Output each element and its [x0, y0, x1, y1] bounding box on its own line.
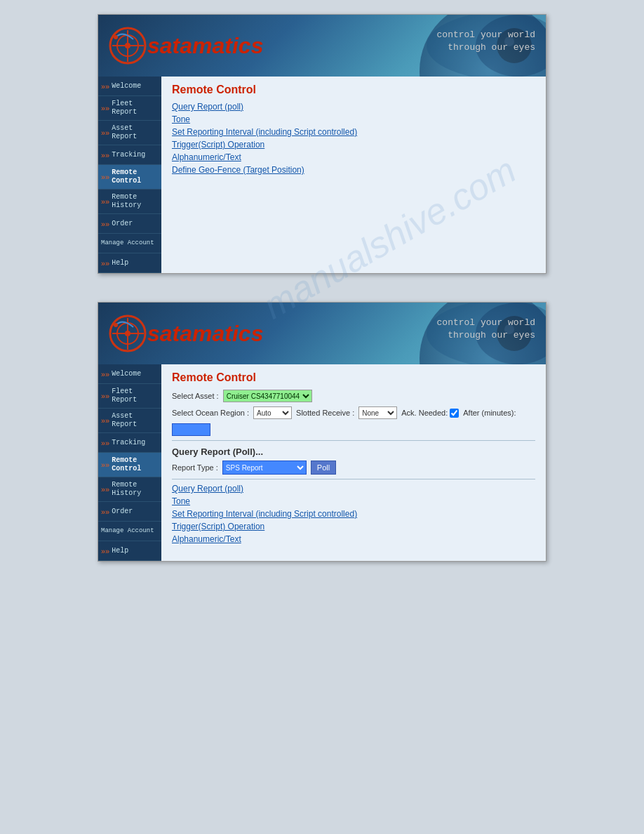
nav2-label-tracking: Tracking — [112, 439, 145, 447]
nav-remote-history[interactable]: »» Remote History — [98, 190, 161, 214]
nav-label-tracking: Tracking — [112, 151, 145, 159]
nav2-help[interactable]: »» Help — [98, 541, 161, 561]
ocean-region-dropdown[interactable]: Auto — [253, 406, 292, 419]
nav2-label-manage: Manage Account — [101, 527, 154, 535]
content-title-2: Remote Control — [172, 371, 535, 384]
link-trigger[interactable]: Trigger(Script) Operation — [172, 140, 535, 150]
banner-1: satamatics control your world through ou… — [98, 15, 546, 77]
p2-link-trigger[interactable]: Trigger(Script) Operation — [172, 522, 535, 531]
nav-arrows-help: »» — [101, 259, 109, 267]
divider-2 — [172, 479, 535, 479]
nav2-arrows-welcome: »» — [101, 370, 109, 378]
link-query-report[interactable]: Query Report (poll) — [172, 102, 535, 112]
ack-needed-checkbox[interactable] — [450, 409, 459, 418]
panel-1: satamatics control your world through ou… — [98, 14, 546, 274]
content-1: Remote Control Query Report (poll) Tone … — [161, 77, 546, 273]
nav-label-welcome: Welcome — [112, 82, 141, 91]
svg-point-9 — [114, 35, 118, 39]
nav-welcome[interactable]: »» Welcome — [98, 77, 161, 96]
sidebar-2: »» Welcome »» Fleet Report »» Asset Repo… — [98, 364, 161, 561]
p2-link-alphanumeric[interactable]: Alphanumeric/Text — [172, 534, 535, 544]
link-tone[interactable]: Tone — [172, 114, 535, 124]
nav2-label-history: Remote History — [112, 481, 159, 498]
nav-label-remote: Remote Control — [112, 168, 159, 185]
nav-label-asset: Asset Report — [112, 124, 159, 141]
nav2-label-fleet: Fleet Report — [112, 388, 159, 404]
nav2-manage-account[interactable]: Manage Account — [98, 522, 161, 541]
nav-tracking[interactable]: »» Tracking — [98, 145, 161, 165]
svg-point-18 — [125, 331, 130, 336]
poll-button[interactable]: Poll — [311, 461, 336, 475]
ack-needed-label: Ack. Needed: — [401, 409, 459, 418]
logo-icon-2 — [109, 315, 147, 353]
nav-arrows-order: »» — [101, 220, 109, 228]
slotted-receive-dropdown[interactable]: None — [358, 406, 397, 419]
tagline-1: control your world through our eyes — [437, 29, 535, 54]
report-type-row: Report Type : SPS Report Poll — [172, 461, 535, 475]
nav2-remote-control[interactable]: »» Remote Control — [98, 453, 161, 477]
svg-point-19 — [114, 323, 118, 327]
logo-icon — [109, 27, 147, 65]
nav2-arrows-order: »» — [101, 508, 109, 516]
link-geo-fence[interactable]: Define Geo-Fence (Target Position) — [172, 165, 535, 175]
nav-label-fleet: Fleet Report — [112, 100, 159, 117]
nav2-arrows-tracking: »» — [101, 439, 109, 447]
nav2-label-remote: Remote Control — [112, 456, 159, 473]
nav-remote-control[interactable]: »» Remote Control — [98, 165, 161, 190]
select-asset-label: Select Asset : — [172, 392, 219, 400]
nav-fleet-report[interactable]: »» Fleet Report — [98, 96, 161, 121]
content-2: Remote Control Select Asset : Cruiser CS… — [161, 364, 546, 561]
select-asset-dropdown[interactable]: Cruiser CS4347710044 — [223, 390, 312, 402]
nav-label-manage: Manage Account — [101, 239, 154, 247]
nav-manage-account[interactable]: Manage Account — [98, 234, 161, 253]
page-wrapper: satamatics control your world through ou… — [0, 0, 644, 576]
tagline-2: control your world through our eyes — [437, 317, 535, 342]
nav-asset-report[interactable]: »» Asset Report — [98, 121, 161, 145]
sidebar-1: »» Welcome »» Fleet Report »» Asset Repo… — [98, 77, 161, 273]
select-ocean-row: Select Ocean Region : Auto Slotted Recei… — [172, 406, 535, 436]
nav2-label-asset: Asset Report — [112, 412, 159, 429]
nav2-arrows-history: »» — [101, 485, 109, 494]
nav-arrows-fleet: »» — [101, 104, 109, 112]
slotted-receive-label: Slotted Receive : — [296, 409, 354, 417]
divider-1 — [172, 440, 535, 441]
nav2-arrows-remote: »» — [101, 461, 109, 469]
nav2-arrows-help: »» — [101, 547, 109, 555]
logo-text: satamatics — [147, 33, 263, 59]
after-minutes-label: After (minutes): — [463, 409, 516, 417]
p2-link-set-reporting[interactable]: Set Reporting Interval (including Script… — [172, 509, 535, 519]
main-area-1: »» Welcome »» Fleet Report »» Asset Repo… — [98, 77, 546, 273]
content-title-1: Remote Control — [172, 84, 535, 96]
logo-area-2: satamatics — [98, 315, 263, 353]
nav2-label-order: Order — [112, 508, 133, 516]
link-set-reporting[interactable]: Set Reporting Interval (including Script… — [172, 127, 535, 137]
nav2-order[interactable]: »» Order — [98, 502, 161, 522]
p2-link-query-report[interactable]: Query Report (poll) — [172, 484, 535, 494]
nav2-label-help: Help — [112, 547, 128, 555]
nav-arrows-asset: »» — [101, 128, 109, 137]
nav-order[interactable]: »» Order — [98, 214, 161, 234]
nav2-label-welcome: Welcome — [112, 370, 141, 378]
after-minutes-input[interactable] — [172, 423, 210, 436]
nav2-remote-history[interactable]: »» Remote History — [98, 477, 161, 502]
nav2-asset-report[interactable]: »» Asset Report — [98, 409, 161, 433]
nav-arrows-tracking: »» — [101, 151, 109, 159]
nav2-welcome[interactable]: »» Welcome — [98, 364, 161, 384]
link-alphanumeric[interactable]: Alphanumeric/Text — [172, 152, 535, 162]
select-asset-row: Select Asset : Cruiser CS4347710044 — [172, 390, 535, 402]
nav-arrows-remote: »» — [101, 173, 109, 181]
nav-label-help: Help — [112, 259, 128, 267]
panel-2: satamatics control your world through ou… — [98, 302, 546, 562]
nav2-arrows-fleet: »» — [101, 392, 109, 400]
nav2-fleet-report[interactable]: »» Fleet Report — [98, 384, 161, 409]
logo-text-2: satamatics — [147, 321, 263, 347]
nav-arrows-welcome: »» — [101, 82, 109, 91]
nav2-tracking[interactable]: »» Tracking — [98, 433, 161, 453]
report-type-dropdown[interactable]: SPS Report — [222, 461, 307, 475]
logo-area: satamatics — [98, 27, 263, 65]
section-title-query: Query Report (Poll)... — [172, 446, 535, 457]
p2-link-tone[interactable]: Tone — [172, 496, 535, 506]
nav-help[interactable]: »» Help — [98, 253, 161, 273]
banner-2: satamatics control your world through ou… — [98, 303, 546, 364]
report-type-label: Report Type : — [172, 463, 218, 472]
